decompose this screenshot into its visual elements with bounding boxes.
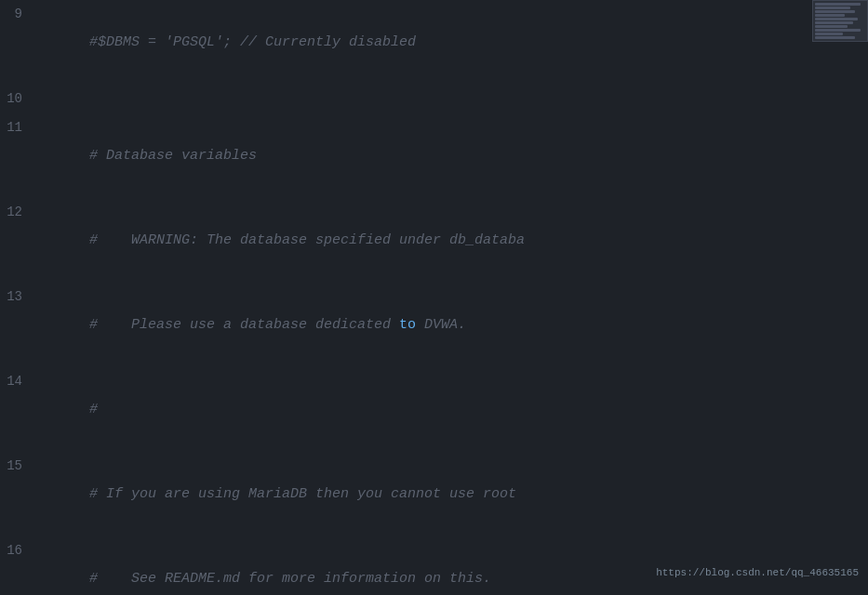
- code-line-14: 14 #: [0, 367, 868, 452]
- line-content-9: #$DBMS = 'PGSQL'; // Currently disabled: [39, 1, 868, 85]
- line-content-16: # See README.md for more information on …: [39, 537, 868, 595]
- code-line-11: 11 # Database variables: [0, 113, 868, 198]
- line-content-14: #: [39, 368, 868, 452]
- code-line-10: 10: [0, 85, 868, 113]
- line-num-12: 12: [0, 198, 39, 226]
- line-content-15: # If you are using MariaDB then you cann…: [39, 453, 868, 536]
- code-editor: 9 #$DBMS = 'PGSQL'; // Currently disable…: [0, 0, 868, 595]
- line-num-10: 10: [0, 85, 39, 112]
- code-line-15: 15 # If you are using MariaDB then you c…: [0, 452, 868, 536]
- line-num-14: 14: [0, 367, 39, 395]
- line-content-12: # WARNING: The database specified under …: [39, 199, 868, 283]
- line-content-11: # Database variables: [39, 114, 868, 198]
- line-num-15: 15: [0, 452, 39, 480]
- line-num-13: 13: [0, 283, 39, 311]
- line-content-10: [39, 86, 868, 113]
- watermark: https://blog.csdn.net/qq_46635165: [656, 567, 859, 578]
- line-num-11: 11: [0, 113, 39, 141]
- code-line-12: 12 # WARNING: The database specified und…: [0, 198, 868, 283]
- line-num-16: 16: [0, 536, 39, 564]
- line-num-9: 9: [0, 0, 39, 28]
- code-line-13: 13 # Please use a database dedicated to …: [0, 283, 868, 367]
- code-line-9: 9 #$DBMS = 'PGSQL'; // Currently disable…: [0, 0, 868, 85]
- code-line-16: 16 # See README.md for more information …: [0, 536, 868, 595]
- line-content-13: # Please use a database dedicated to DVW…: [39, 284, 868, 367]
